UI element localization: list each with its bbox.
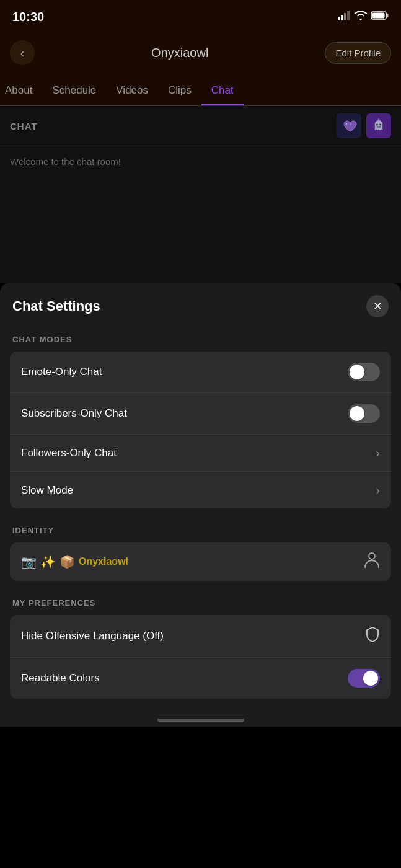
emote-only-toggle[interactable] [348,363,380,381]
svg-point-10 [369,553,375,559]
home-indicator [157,719,244,722]
subscribers-only-knob [350,406,364,421]
chat-header-icons [337,113,391,138]
header-title: Onyxiaowl [151,46,208,60]
slow-mode-item[interactable]: Slow Mode › [10,472,391,508]
status-bar: 10:30 [0,0,401,32]
svg-rect-2 [344,13,346,20]
subscribers-only-toggle[interactable] [348,404,380,423]
welcome-message: Welcome to the chat room! [10,156,121,167]
identity-left: 📷 ✨ 📦 Onyxiaowl [21,554,128,569]
tab-chat[interactable]: Chat [201,76,244,105]
settings-panel-header: Chat Settings ✕ [0,295,401,327]
slow-mode-chevron: › [376,483,380,497]
back-icon: ‹ [20,46,25,60]
status-icons [338,11,389,23]
followers-only-chevron: › [376,446,380,460]
svg-rect-3 [347,11,350,20]
tab-videos[interactable]: Videos [106,76,158,105]
hide-offensive-item[interactable]: Hide Offensive Language (Off) [10,615,391,658]
bottom-bar [0,709,401,727]
shield-icon [365,626,380,646]
settings-title: Chat Settings [12,298,100,314]
preferences-label: MY PREFERENCES [0,591,401,613]
identity-item[interactable]: 📷 ✨ 📦 Onyxiaowl [10,542,391,581]
video-icon: 📷 [21,554,37,569]
close-icon: ✕ [373,299,382,313]
identity-label: IDENTITY [0,518,401,540]
chat-header: CHAT [0,106,401,146]
back-button[interactable]: ‹ [10,40,35,65]
svg-rect-0 [338,17,340,20]
svg-point-8 [376,124,378,126]
svg-point-9 [379,124,381,126]
emote-only-label: Emote-Only Chat [21,366,102,378]
page-header: ‹ Onyxiaowl Edit Profile [0,32,401,76]
chat-modes-group: Emote-Only Chat Subscribers-Only Chat Fo… [10,352,391,508]
sparkle-icon: ✨ [40,554,56,569]
readable-colors-knob [363,671,378,686]
emote-only-knob [350,365,364,379]
svg-rect-5 [372,13,385,19]
followers-only-item[interactable]: Followers-Only Chat › [10,435,391,472]
tab-about[interactable]: About [0,76,42,105]
subscribers-only-item[interactable]: Subscribers-Only Chat [10,393,391,435]
chat-section-label: CHAT [10,121,38,131]
followers-only-label: Followers-Only Chat [21,447,117,459]
slow-mode-label: Slow Mode [21,484,73,497]
preferences-group: Hide Offensive Language (Off) Readable C… [10,615,391,699]
identity-username: Onyxiaowl [79,556,128,567]
readable-colors-toggle[interactable] [348,669,380,688]
emote-only-item[interactable]: Emote-Only Chat [10,352,391,393]
chat-area: Welcome to the chat room! [0,146,401,283]
readable-colors-item[interactable]: Readable Colors [10,658,391,699]
chat-settings-panel: Chat Settings ✕ CHAT MODES Emote-Only Ch… [0,283,401,727]
readable-colors-label: Readable Colors [21,672,100,684]
hide-offensive-label: Hide Offensive Language (Off) [21,630,164,642]
signal-icon [338,11,350,23]
wifi-icon [354,11,368,23]
ghost-icon-button[interactable] [366,113,391,138]
nav-tabs: About Schedule Videos Clips Chat [0,76,401,106]
status-time: 10:30 [12,10,44,24]
chat-modes-label: CHAT MODES [0,327,401,349]
box-icon: 📦 [59,554,75,569]
battery-icon [371,11,389,22]
close-settings-button[interactable]: ✕ [366,295,389,317]
tab-clips[interactable]: Clips [158,76,201,105]
subscribers-only-label: Subscribers-Only Chat [21,407,127,420]
edit-profile-button[interactable]: Edit Profile [325,42,391,64]
svg-rect-1 [341,15,343,20]
svg-point-7 [346,123,348,125]
person-icon [364,551,380,572]
tab-schedule[interactable]: Schedule [42,76,106,105]
svg-rect-6 [387,14,389,17]
heart-icon-button[interactable] [337,113,361,138]
